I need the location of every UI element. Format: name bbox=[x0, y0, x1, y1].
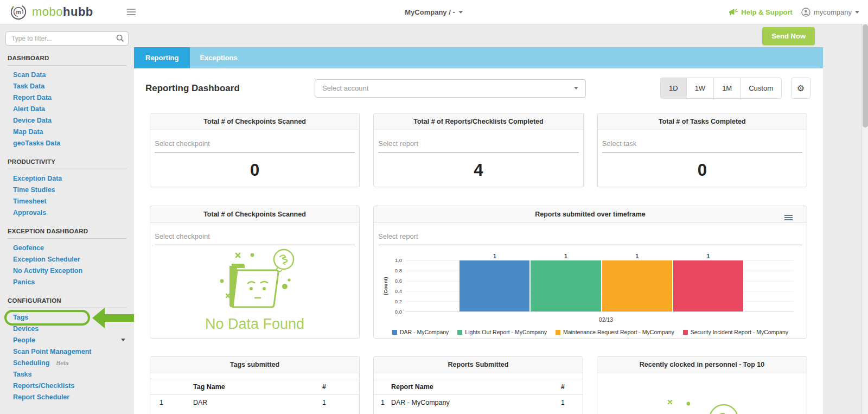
user-menu-dropdown[interactable]: mycompany bbox=[801, 8, 859, 17]
tab-reporting[interactable]: Reporting bbox=[134, 47, 190, 68]
bar-value-label: 1 bbox=[602, 253, 672, 259]
user-avatar-icon bbox=[801, 8, 810, 17]
sidebar-item-exception-scheduler[interactable]: Exception Scheduler bbox=[0, 254, 134, 265]
chart-bar[interactable]: 1 bbox=[459, 260, 529, 311]
gear-icon: ⚙ bbox=[797, 83, 805, 93]
column-header-count: # bbox=[561, 383, 583, 391]
sidebar-item-scan-point-management[interactable]: Scan Point Management bbox=[0, 346, 134, 358]
sidebar-section-exception-dashboard: EXCEPTION DASHBOARD Geofence Exception S… bbox=[0, 228, 134, 288]
sidebar-toggle-hamburger-icon[interactable] bbox=[127, 9, 136, 15]
no-data-placeholder bbox=[597, 373, 807, 414]
sidebar-item-device-data[interactable]: Device Data bbox=[0, 115, 134, 126]
sidebar-item-people[interactable]: People bbox=[0, 335, 134, 346]
panel-header: Reporting Dashboard Select account 1D 1W… bbox=[134, 68, 823, 106]
help-support-label: Help & Support bbox=[741, 8, 793, 16]
mobohubb-logo[interactable]: m mobohubb bbox=[10, 3, 93, 21]
empty-folder-illustration-icon bbox=[203, 245, 307, 315]
sidebar-section-configuration: CONFIGURATION Tags Devices People Scan P… bbox=[0, 297, 134, 403]
legend-item[interactable]: Maintenance Request Report - MyCompany bbox=[556, 329, 674, 335]
sidebar-filter bbox=[5, 31, 129, 46]
chart-menu-icon[interactable] bbox=[784, 215, 793, 220]
chart-bar[interactable]: 1 bbox=[673, 260, 743, 311]
sidebar-item-scheduling[interactable]: Scheduling Beta bbox=[0, 358, 134, 369]
sidebar-item-report-data[interactable]: Report Data bbox=[0, 92, 134, 104]
tab-exceptions[interactable]: Exceptions bbox=[190, 47, 247, 68]
report-select[interactable]: Select report bbox=[378, 137, 578, 152]
legend-swatch bbox=[556, 330, 560, 335]
send-now-button[interactable]: Send Now bbox=[762, 27, 815, 45]
settings-button[interactable]: ⚙ bbox=[791, 78, 810, 99]
bar-value-label: 1 bbox=[673, 253, 743, 259]
sidebar-item-devices[interactable]: Devices bbox=[0, 323, 134, 335]
search-icon bbox=[116, 34, 124, 44]
sidebar-item-time-studies[interactable]: Time Studies bbox=[0, 184, 134, 196]
legend-label: DAR - MyCompany bbox=[400, 329, 449, 335]
chart-plot-area: 1111 bbox=[405, 260, 794, 312]
row-index: 1 bbox=[150, 399, 193, 406]
chart-bar[interactable]: 1 bbox=[531, 260, 601, 311]
table-header-row: Report Name # bbox=[374, 379, 583, 395]
checkpoint-select[interactable]: Select checkpoint bbox=[155, 137, 355, 152]
legend-item[interactable]: DAR - MyCompany bbox=[392, 329, 449, 335]
column-header-tag-name: Tag Name bbox=[193, 383, 322, 391]
bar-value-label: 1 bbox=[459, 253, 529, 259]
range-button-1w[interactable]: 1W bbox=[686, 78, 714, 99]
range-button-custom[interactable]: Custom bbox=[740, 78, 782, 99]
table-row: 1 DAR 1 bbox=[150, 395, 359, 410]
stat-value: 0 bbox=[598, 161, 807, 180]
scrollbar-thumb[interactable] bbox=[863, 24, 868, 128]
sidebar-item-label: People bbox=[13, 336, 35, 344]
chart-bars: 1111 bbox=[459, 260, 743, 311]
vertical-scrollbar bbox=[861, 24, 868, 414]
legend-swatch bbox=[683, 330, 688, 335]
sidebar-filter-input[interactable] bbox=[5, 31, 129, 46]
task-select[interactable]: Select task bbox=[602, 137, 802, 152]
user-menu-label: mycompany bbox=[814, 8, 852, 16]
sidebar-item-task-data[interactable]: Task Data bbox=[0, 81, 134, 92]
sidebar-item-tasks[interactable]: Tasks bbox=[0, 369, 134, 380]
help-support-link[interactable]: Help & Support bbox=[729, 8, 793, 16]
chart-cards-row: Total # of Checkpoints Scanned Select ch… bbox=[150, 206, 807, 339]
beta-badge: Beta bbox=[56, 360, 69, 366]
reporting-panel: Reporting Dashboard Select account 1D 1W… bbox=[134, 68, 823, 414]
no-data-found-text: No Data Found bbox=[205, 316, 304, 333]
sidebar-item-alert-data[interactable]: Alert Data bbox=[0, 104, 134, 115]
card-title: Total # of Checkpoints Scanned bbox=[150, 206, 359, 223]
sidebar-item-panics[interactable]: Panics bbox=[0, 277, 134, 288]
sidebar-item-report-scheduler[interactable]: Report Scheduler bbox=[0, 392, 134, 403]
sidebar-item-timesheet[interactable]: Timesheet bbox=[0, 196, 134, 207]
range-button-1m[interactable]: 1M bbox=[713, 78, 740, 99]
checkpoint-select[interactable]: Select checkpoint bbox=[155, 230, 355, 245]
sidebar-item-scan-data[interactable]: Scan Data bbox=[0, 69, 134, 81]
sidebar-item-geofence[interactable]: Geofence bbox=[0, 243, 134, 254]
chart-bar[interactable]: 1 bbox=[602, 260, 672, 311]
account-select[interactable]: Select account bbox=[315, 79, 586, 98]
divider bbox=[8, 238, 126, 239]
main-content: Send Now Reporting Exceptions Reporting … bbox=[134, 24, 868, 414]
report-select[interactable]: Select report bbox=[378, 230, 802, 245]
sidebar-item-no-activity-exception[interactable]: No Activity Exception bbox=[0, 265, 134, 277]
column-header-report-name: Report Name bbox=[391, 383, 561, 391]
range-button-1d[interactable]: 1D bbox=[660, 78, 686, 99]
card-reports-submitted: Reports Submitted Report Name # 1 DAR - … bbox=[373, 356, 583, 414]
sidebar-section-productivity: PRODUCTIVITY Exception Data Time Studies… bbox=[0, 158, 134, 219]
legend-item[interactable]: Security Incident Report - MyCompany bbox=[683, 329, 788, 335]
sidebar-item-geotasks-data[interactable]: geoTasks Data bbox=[0, 138, 134, 149]
date-range-group: 1D 1W 1M Custom bbox=[660, 78, 782, 99]
sidebar-item-tags[interactable]: Tags bbox=[0, 312, 134, 323]
bar-chart: (Count) 1.00.80.60.40.20.0 1111 bbox=[381, 260, 794, 312]
app-window: m mobohubb MyCompany / - Help & Support bbox=[0, 0, 868, 414]
send-now-row: Send Now bbox=[134, 24, 868, 47]
logo-text: mobohubb bbox=[32, 5, 93, 19]
sidebar-item-exception-data[interactable]: Exception Data bbox=[0, 173, 134, 184]
sidebar-item-approvals[interactable]: Approvals bbox=[0, 207, 134, 219]
legend-swatch bbox=[392, 330, 397, 335]
tab-bar: Reporting Exceptions bbox=[134, 47, 823, 68]
tag-name-cell: DAR bbox=[193, 399, 322, 406]
sidebar-item-map-data[interactable]: Map Data bbox=[0, 126, 134, 138]
card-title: Total # of Tasks Completed bbox=[598, 113, 807, 130]
company-selector-dropdown[interactable]: MyCompany / - bbox=[405, 8, 463, 16]
card-title: Reports Submitted bbox=[374, 356, 583, 373]
legend-item[interactable]: Lights Out Report - MyCompany bbox=[457, 329, 547, 335]
sidebar-item-reports-checklists[interactable]: Reports/Checklists bbox=[0, 380, 134, 392]
